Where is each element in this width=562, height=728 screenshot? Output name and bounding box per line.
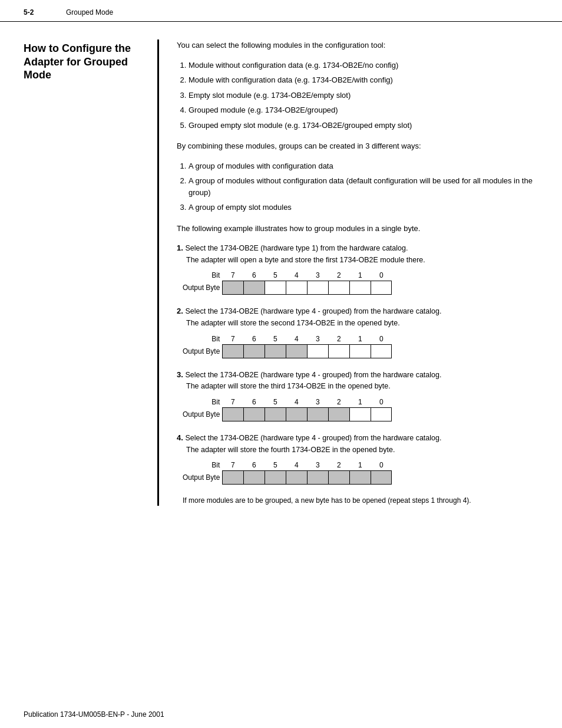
bit-header-cell: 3 <box>307 334 328 344</box>
bit-header-cell: 4 <box>286 270 307 281</box>
row-label: Output Byte <box>183 407 220 421</box>
bit-header-cell: 2 <box>328 334 349 344</box>
bit-header-cell: 0 <box>371 397 392 407</box>
main-content: How to Configure the Adapter for Grouped… <box>0 22 562 518</box>
step-number: 2. <box>177 307 185 315</box>
note-text: If more modules are to be grouped, a new… <box>183 495 538 506</box>
byte-cell <box>371 344 392 358</box>
byte-cell <box>371 281 392 295</box>
list-item: Module with configuration data (e.g. 173… <box>189 74 538 86</box>
step-sub-text: The adapter will store the fourth 1734-O… <box>186 445 538 456</box>
byte-cell <box>349 281 371 295</box>
bit-header-cell: 7 <box>222 270 243 281</box>
bit-header-cell: 4 <box>286 460 307 470</box>
step-sub-text: The adapter will store the second 1734-O… <box>186 318 538 329</box>
bit-diagram: BitOutput Byte76543210 <box>183 270 538 295</box>
bit-header-cell: 5 <box>265 270 286 281</box>
bit-header-cell: 7 <box>222 397 243 407</box>
bit-header-cell: 4 <box>286 334 307 344</box>
bit-header-cell: 6 <box>243 460 265 470</box>
byte-cell <box>328 470 349 485</box>
byte-cell <box>349 470 371 485</box>
bit-label: Bit <box>183 460 220 470</box>
byte-cell <box>349 407 371 421</box>
byte-cell <box>328 344 349 358</box>
bit-diagram: BitOutput Byte76543210 <box>183 334 538 358</box>
bit-header-cell: 1 <box>349 334 371 344</box>
byte-cell <box>265 344 286 358</box>
bit-header-cell: 3 <box>307 270 328 281</box>
bit-header-cell: 1 <box>349 460 371 470</box>
bit-header-cell: 3 <box>307 460 328 470</box>
byte-cell <box>265 281 286 295</box>
bit-header-cell: 6 <box>243 397 265 407</box>
list-item: A group of empty slot modules <box>189 202 538 213</box>
bit-header-cell: 1 <box>349 397 371 407</box>
row-label: Output Byte <box>183 344 220 358</box>
bit-header-cell: 2 <box>328 397 349 407</box>
bit-header-cell: 2 <box>328 270 349 281</box>
example-step: 2. Select the 1734-OB2E (hardware type 4… <box>177 305 538 358</box>
byte-cell <box>307 281 328 295</box>
bit-label: Bit <box>183 270 220 281</box>
footer-text: Publication 1734-UM005B-EN-P - June 2001 <box>24 710 164 719</box>
group-list: A group of modules with configuration da… <box>189 160 538 213</box>
step-main-text: Select the 1734-OB2E (hardware type 1) f… <box>185 244 408 252</box>
byte-cell <box>222 344 243 358</box>
combining-text: By combining these modules, groups can b… <box>177 140 538 152</box>
bit-header-cell: 0 <box>371 460 392 470</box>
byte-cell <box>265 407 286 421</box>
byte-cell <box>243 407 265 421</box>
example-step: 3. Select the 1734-OB2E (hardware type 4… <box>177 369 538 421</box>
page: 5-2 Grouped Mode How to Configure the Ad… <box>0 0 562 728</box>
section-heading: How to Configure the Adapter for Grouped… <box>24 42 140 82</box>
example-intro: The following example illustrates how to… <box>177 223 538 235</box>
bit-header-cell: 1 <box>349 270 371 281</box>
page-footer: Publication 1734-UM005B-EN-P - June 2001 <box>0 699 562 728</box>
list-item: A group of modules with configuration da… <box>189 160 538 172</box>
row-label: Output Byte <box>183 470 220 485</box>
section-title-line2: Adapter for Grouped Mode <box>24 56 128 81</box>
byte-cell <box>243 344 265 358</box>
byte-cell <box>286 281 307 295</box>
section-number: 5-2 <box>24 8 59 17</box>
bit-header-cell: 6 <box>243 270 265 281</box>
bit-header-cell: 0 <box>371 334 392 344</box>
example-step: 4. Select the 1734-OB2E (hardware type 4… <box>177 432 538 485</box>
bit-header-cell: 7 <box>222 334 243 344</box>
byte-cell <box>222 281 243 295</box>
list-item: Grouped module (e.g. 1734-OB2E/grouped) <box>189 104 538 116</box>
byte-cell <box>307 344 328 358</box>
left-column: How to Configure the Adapter for Grouped… <box>24 39 159 506</box>
step-number: 4. <box>177 433 185 442</box>
byte-cell <box>286 407 307 421</box>
byte-cell <box>328 281 349 295</box>
module-list: Module without configuration data (e.g. … <box>189 60 538 131</box>
list-item: Module without configuration data (e.g. … <box>189 60 538 71</box>
byte-cell <box>222 470 243 485</box>
step-sub-text: The adapter will store the third 1734-OB… <box>186 381 538 392</box>
bit-header-cell: 7 <box>222 460 243 470</box>
byte-cell <box>286 470 307 485</box>
byte-cell <box>371 470 392 485</box>
list-item: Grouped empty slot module (e.g. 1734-OB2… <box>189 120 538 131</box>
example-steps: 1. Select the 1734-OB2E (hardware type 1… <box>177 242 538 485</box>
intro-text: You can select the following modules in … <box>177 39 538 51</box>
byte-cell <box>349 344 371 358</box>
row-label: Output Byte <box>183 281 220 295</box>
right-column: You can select the following modules in … <box>159 39 538 506</box>
list-item: A group of modules without configuration… <box>189 175 538 198</box>
byte-cell <box>286 344 307 358</box>
step-number: 3. <box>177 370 185 379</box>
bit-header-cell: 5 <box>265 397 286 407</box>
byte-cell <box>371 407 392 421</box>
page-header: 5-2 Grouped Mode <box>0 0 562 22</box>
bit-diagram: BitOutput Byte76543210 <box>183 460 538 485</box>
section-title-line1: How to Configure the <box>24 42 131 54</box>
bit-diagram: BitOutput Byte76543210 <box>183 397 538 421</box>
byte-cell <box>243 281 265 295</box>
bit-header-cell: 5 <box>265 460 286 470</box>
list-item: Empty slot module (e.g. 1734-OB2E/empty … <box>189 90 538 101</box>
step-main-text: Select the 1734-OB2E (hardware type 4 - … <box>185 307 441 315</box>
byte-cell <box>243 470 265 485</box>
